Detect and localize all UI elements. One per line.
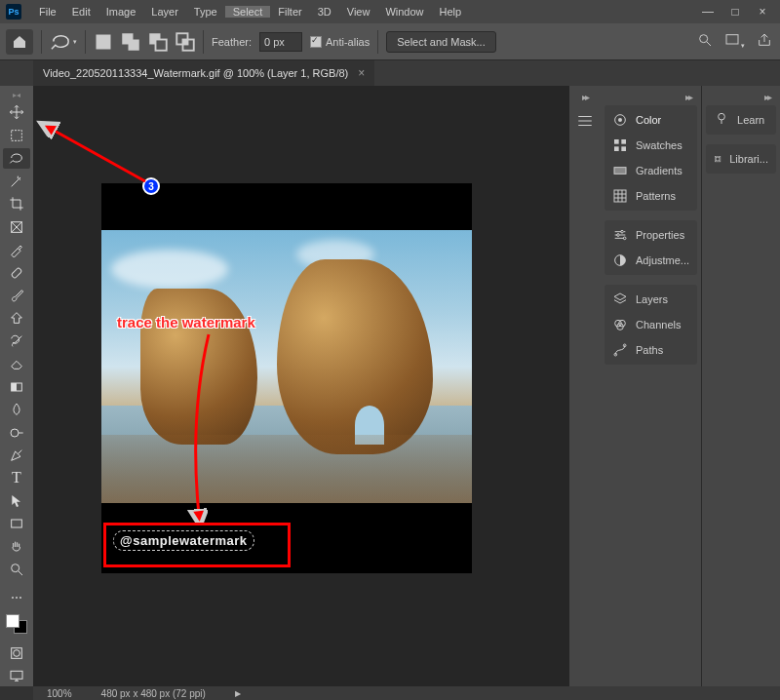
gradient-tool[interactable] (3, 376, 30, 397)
menu-layer[interactable]: Layer (143, 6, 186, 18)
marquee-tool[interactable] (3, 125, 30, 145)
menu-help[interactable]: Help (432, 6, 470, 18)
frame-tool[interactable] (3, 216, 30, 237)
expand-panel-icon[interactable]: ▸▸ (582, 92, 588, 102)
menu-image[interactable]: Image (98, 6, 144, 18)
svg-rect-14 (12, 383, 17, 391)
type-tool[interactable]: T (3, 468, 30, 488)
svg-line-21 (51, 129, 145, 181)
panel-label: Adjustme... (636, 254, 689, 266)
window-close-button[interactable]: × (749, 0, 776, 23)
zoom-tool[interactable] (3, 559, 30, 579)
screen-mode-button[interactable] (3, 665, 30, 685)
menu-select[interactable]: Select (225, 6, 271, 18)
svg-point-31 (617, 234, 620, 237)
pen-tool[interactable] (3, 445, 30, 465)
document-tab[interactable]: Video_220520113334_Watermark.gif @ 100% … (33, 60, 374, 86)
selection-intersect-icon[interactable] (176, 32, 195, 52)
panel-color[interactable]: Color (604, 107, 697, 133)
panel-layers[interactable]: Layers (604, 287, 697, 312)
selection-subtract-icon[interactable] (148, 32, 168, 52)
collapsed-panel-strip[interactable]: ▸▸ (569, 86, 601, 686)
channels-icon (612, 317, 628, 332)
move-tool[interactable] (3, 102, 30, 123)
annotation-text: trace the watermark (117, 314, 255, 331)
svg-rect-4 (156, 39, 167, 50)
panel-learn[interactable]: Learn (706, 107, 776, 133)
canvas-area[interactable]: 3 trace the watermark @samplewatermark (33, 86, 569, 686)
selection-new-icon[interactable] (94, 32, 113, 52)
menu-bar: Ps File Edit Image Layer Type Select Fil… (0, 0, 780, 23)
color-swatch[interactable] (6, 614, 27, 634)
panel-adjustments[interactable]: Adjustme... (604, 248, 697, 273)
home-button[interactable] (6, 29, 33, 55)
dodge-tool[interactable] (3, 422, 30, 443)
quickmask-button[interactable] (3, 642, 30, 663)
collapse-panel-icon[interactable]: ▸▸ (706, 92, 776, 105)
panel-paths[interactable]: Paths (604, 337, 697, 363)
menu-filter[interactable]: Filter (270, 6, 309, 18)
selection-add-icon[interactable] (121, 32, 140, 52)
gradients-icon (612, 163, 628, 178)
menu-window[interactable]: Window (377, 6, 431, 18)
crop-tool[interactable] (3, 193, 30, 214)
zoom-level[interactable]: 100% (47, 688, 72, 699)
edit-toolbar-button[interactable]: ⋯ (3, 587, 30, 607)
panel-swatches[interactable]: Swatches (604, 133, 697, 158)
foreground-color[interactable] (6, 614, 20, 628)
tools-panel: ▸◂ T ⋯ (0, 86, 33, 686)
panel-patterns[interactable]: Patterns (604, 183, 697, 209)
blur-tool[interactable] (3, 399, 30, 419)
panel-libraries[interactable]: Librari... (706, 146, 776, 172)
panel-label: Librari... (729, 153, 768, 165)
svg-point-32 (623, 237, 626, 240)
document-tab-bar: Video_220520113334_Watermark.gif @ 100% … (0, 60, 780, 86)
menu-3d[interactable]: 3D (310, 6, 339, 18)
healing-tool[interactable] (3, 262, 30, 283)
window-minimize-button[interactable]: — (694, 0, 722, 23)
brush-tool[interactable] (3, 285, 30, 305)
divider (203, 30, 204, 54)
eraser-tool[interactable] (3, 354, 30, 374)
panel-channels[interactable]: Channels (604, 312, 697, 337)
share-icon[interactable] (757, 32, 772, 52)
antialias-checkbox[interactable]: Anti-alias (310, 36, 370, 48)
svg-point-23 (618, 118, 622, 122)
close-tab-button[interactable]: × (358, 66, 365, 80)
search-icon[interactable] (697, 32, 713, 52)
current-tool-indicator[interactable]: ▾ (50, 29, 77, 55)
frame-icon[interactable]: ▾ (724, 32, 745, 52)
feather-input[interactable] (259, 32, 302, 52)
eyedropper-tool[interactable] (3, 239, 30, 259)
watermark-selection: @samplewatermark (113, 530, 254, 551)
panel-label: Layers (636, 293, 668, 305)
app-logo: Ps (6, 4, 21, 19)
tool-preset-icon[interactable] (576, 112, 594, 134)
path-select-tool[interactable] (3, 490, 30, 511)
status-caret-icon[interactable]: ▶ (235, 689, 241, 698)
paths-icon (612, 342, 628, 358)
svg-rect-27 (621, 146, 626, 151)
workspace: ▸◂ T ⋯ (0, 86, 780, 686)
select-and-mask-button[interactable]: Select and Mask... (386, 31, 496, 53)
document-canvas[interactable] (101, 183, 472, 573)
handle-icon[interactable]: ▸◂ (3, 90, 30, 100)
lasso-tool[interactable] (3, 148, 30, 169)
rectangle-tool[interactable] (3, 514, 30, 534)
wand-tool[interactable] (3, 171, 30, 191)
menu-view[interactable]: View (339, 6, 378, 18)
history-brush-tool[interactable] (3, 331, 30, 351)
menu-edit[interactable]: Edit (64, 6, 98, 18)
menu-file[interactable]: File (31, 6, 64, 18)
collapse-panel-icon[interactable]: ▸▸ (604, 92, 697, 105)
menu-type[interactable]: Type (186, 6, 225, 18)
svg-point-19 (14, 649, 20, 656)
window-maximize-button[interactable]: □ (722, 0, 749, 23)
svg-rect-26 (614, 146, 619, 151)
clone-tool[interactable] (3, 308, 30, 329)
image-content (101, 230, 472, 503)
panel-gradients[interactable]: Gradients (604, 158, 697, 183)
panel-properties[interactable]: Properties (604, 222, 697, 248)
panel-group-color: Color Swatches Gradients Patterns (604, 105, 697, 211)
hand-tool[interactable] (3, 536, 30, 557)
